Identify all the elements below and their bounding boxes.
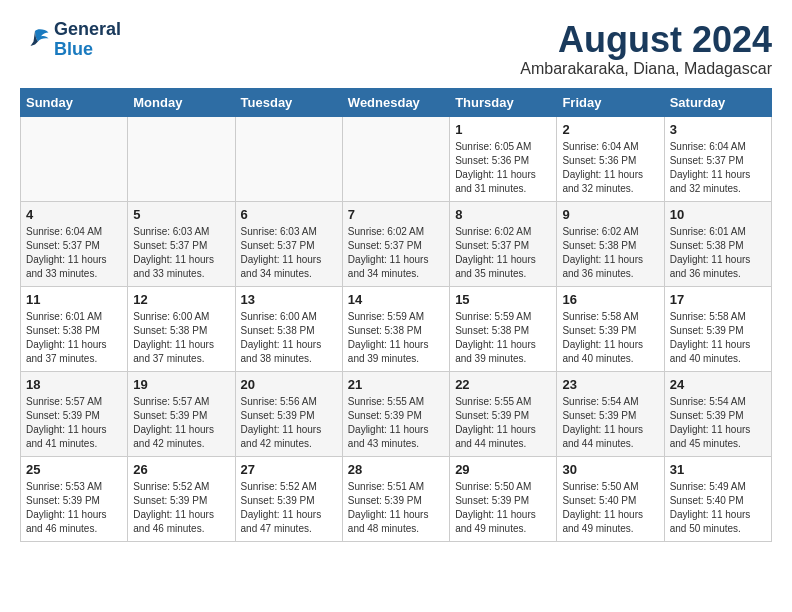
cell-info: Sunrise: 5:55 AMSunset: 5:39 PMDaylight:… [348,395,444,451]
cell-info: Sunrise: 6:01 AMSunset: 5:38 PMDaylight:… [670,225,766,281]
calendar-cell: 29Sunrise: 5:50 AMSunset: 5:39 PMDayligh… [450,456,557,541]
date-number: 3 [670,122,766,137]
cell-info: Sunrise: 5:57 AMSunset: 5:39 PMDaylight:… [26,395,122,451]
date-number: 28 [348,462,444,477]
logo-icon [20,25,50,55]
calendar-cell: 26Sunrise: 5:52 AMSunset: 5:39 PMDayligh… [128,456,235,541]
calendar-cell [21,116,128,201]
cell-info: Sunrise: 5:57 AMSunset: 5:39 PMDaylight:… [133,395,229,451]
week-row-5: 25Sunrise: 5:53 AMSunset: 5:39 PMDayligh… [21,456,772,541]
date-number: 19 [133,377,229,392]
calendar-cell: 3Sunrise: 6:04 AMSunset: 5:37 PMDaylight… [664,116,771,201]
calendar-cell [342,116,449,201]
header-row: SundayMondayTuesdayWednesdayThursdayFrid… [21,88,772,116]
logo: General Blue [20,20,121,60]
calendar-cell: 25Sunrise: 5:53 AMSunset: 5:39 PMDayligh… [21,456,128,541]
week-row-2: 4Sunrise: 6:04 AMSunset: 5:37 PMDaylight… [21,201,772,286]
cell-info: Sunrise: 5:56 AMSunset: 5:39 PMDaylight:… [241,395,337,451]
calendar-cell: 17Sunrise: 5:58 AMSunset: 5:39 PMDayligh… [664,286,771,371]
calendar-cell: 31Sunrise: 5:49 AMSunset: 5:40 PMDayligh… [664,456,771,541]
calendar-cell: 13Sunrise: 6:00 AMSunset: 5:38 PMDayligh… [235,286,342,371]
cell-info: Sunrise: 5:49 AMSunset: 5:40 PMDaylight:… [670,480,766,536]
calendar-table: SundayMondayTuesdayWednesdayThursdayFrid… [20,88,772,542]
calendar-cell: 18Sunrise: 5:57 AMSunset: 5:39 PMDayligh… [21,371,128,456]
title-area: August 2024 Ambarakaraka, Diana, Madagas… [520,20,772,78]
date-number: 7 [348,207,444,222]
cell-info: Sunrise: 6:03 AMSunset: 5:37 PMDaylight:… [133,225,229,281]
cell-info: Sunrise: 5:50 AMSunset: 5:39 PMDaylight:… [455,480,551,536]
cell-info: Sunrise: 5:55 AMSunset: 5:39 PMDaylight:… [455,395,551,451]
date-number: 16 [562,292,658,307]
date-number: 30 [562,462,658,477]
cell-info: Sunrise: 6:00 AMSunset: 5:38 PMDaylight:… [241,310,337,366]
day-header-monday: Monday [128,88,235,116]
month-title: August 2024 [520,20,772,60]
calendar-cell: 14Sunrise: 5:59 AMSunset: 5:38 PMDayligh… [342,286,449,371]
calendar-cell: 21Sunrise: 5:55 AMSunset: 5:39 PMDayligh… [342,371,449,456]
cell-info: Sunrise: 5:59 AMSunset: 5:38 PMDaylight:… [455,310,551,366]
logo-line2: Blue [54,40,121,60]
logo-line1: General [54,20,121,40]
date-number: 14 [348,292,444,307]
calendar-cell: 20Sunrise: 5:56 AMSunset: 5:39 PMDayligh… [235,371,342,456]
calendar-cell: 22Sunrise: 5:55 AMSunset: 5:39 PMDayligh… [450,371,557,456]
date-number: 5 [133,207,229,222]
calendar-cell: 15Sunrise: 5:59 AMSunset: 5:38 PMDayligh… [450,286,557,371]
calendar-cell: 23Sunrise: 5:54 AMSunset: 5:39 PMDayligh… [557,371,664,456]
date-number: 1 [455,122,551,137]
day-header-saturday: Saturday [664,88,771,116]
cell-info: Sunrise: 6:02 AMSunset: 5:38 PMDaylight:… [562,225,658,281]
calendar-cell: 27Sunrise: 5:52 AMSunset: 5:39 PMDayligh… [235,456,342,541]
date-number: 21 [348,377,444,392]
date-number: 26 [133,462,229,477]
calendar-cell: 2Sunrise: 6:04 AMSunset: 5:36 PMDaylight… [557,116,664,201]
date-number: 11 [26,292,122,307]
calendar-cell: 30Sunrise: 5:50 AMSunset: 5:40 PMDayligh… [557,456,664,541]
date-number: 25 [26,462,122,477]
week-row-4: 18Sunrise: 5:57 AMSunset: 5:39 PMDayligh… [21,371,772,456]
calendar-cell: 5Sunrise: 6:03 AMSunset: 5:37 PMDaylight… [128,201,235,286]
date-number: 9 [562,207,658,222]
date-number: 6 [241,207,337,222]
date-number: 23 [562,377,658,392]
date-number: 17 [670,292,766,307]
day-header-sunday: Sunday [21,88,128,116]
cell-info: Sunrise: 5:52 AMSunset: 5:39 PMDaylight:… [133,480,229,536]
cell-info: Sunrise: 5:58 AMSunset: 5:39 PMDaylight:… [670,310,766,366]
week-row-1: 1Sunrise: 6:05 AMSunset: 5:36 PMDaylight… [21,116,772,201]
date-number: 13 [241,292,337,307]
day-header-thursday: Thursday [450,88,557,116]
calendar-cell [128,116,235,201]
cell-info: Sunrise: 5:51 AMSunset: 5:39 PMDaylight:… [348,480,444,536]
cell-info: Sunrise: 6:04 AMSunset: 5:37 PMDaylight:… [26,225,122,281]
cell-info: Sunrise: 5:53 AMSunset: 5:39 PMDaylight:… [26,480,122,536]
cell-info: Sunrise: 5:59 AMSunset: 5:38 PMDaylight:… [348,310,444,366]
cell-info: Sunrise: 6:01 AMSunset: 5:38 PMDaylight:… [26,310,122,366]
date-number: 10 [670,207,766,222]
date-number: 31 [670,462,766,477]
calendar-cell [235,116,342,201]
day-header-tuesday: Tuesday [235,88,342,116]
cell-info: Sunrise: 5:52 AMSunset: 5:39 PMDaylight:… [241,480,337,536]
date-number: 24 [670,377,766,392]
date-number: 12 [133,292,229,307]
calendar-cell: 9Sunrise: 6:02 AMSunset: 5:38 PMDaylight… [557,201,664,286]
date-number: 15 [455,292,551,307]
calendar-cell: 28Sunrise: 5:51 AMSunset: 5:39 PMDayligh… [342,456,449,541]
day-header-wednesday: Wednesday [342,88,449,116]
cell-info: Sunrise: 5:54 AMSunset: 5:39 PMDaylight:… [562,395,658,451]
cell-info: Sunrise: 6:02 AMSunset: 5:37 PMDaylight:… [348,225,444,281]
date-number: 27 [241,462,337,477]
calendar-cell: 1Sunrise: 6:05 AMSunset: 5:36 PMDaylight… [450,116,557,201]
cell-info: Sunrise: 6:05 AMSunset: 5:36 PMDaylight:… [455,140,551,196]
calendar-cell: 10Sunrise: 6:01 AMSunset: 5:38 PMDayligh… [664,201,771,286]
calendar-cell: 12Sunrise: 6:00 AMSunset: 5:38 PMDayligh… [128,286,235,371]
day-header-friday: Friday [557,88,664,116]
cell-info: Sunrise: 6:00 AMSunset: 5:38 PMDaylight:… [133,310,229,366]
calendar-cell: 24Sunrise: 5:54 AMSunset: 5:39 PMDayligh… [664,371,771,456]
cell-info: Sunrise: 5:50 AMSunset: 5:40 PMDaylight:… [562,480,658,536]
calendar-cell: 19Sunrise: 5:57 AMSunset: 5:39 PMDayligh… [128,371,235,456]
calendar-cell: 8Sunrise: 6:02 AMSunset: 5:37 PMDaylight… [450,201,557,286]
date-number: 22 [455,377,551,392]
date-number: 29 [455,462,551,477]
